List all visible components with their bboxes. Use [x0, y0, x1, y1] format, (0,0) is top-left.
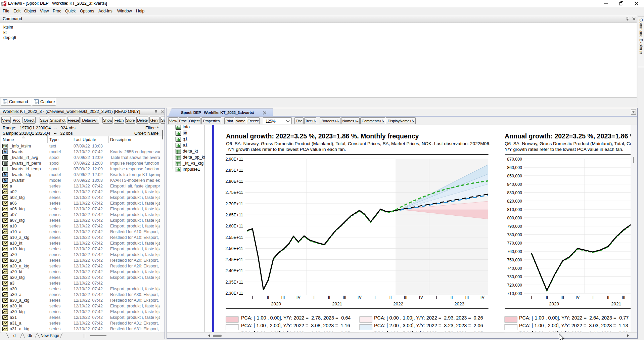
svg-text:850,000: 850,000 [507, 174, 522, 178]
svg-text:New Page: New Page [41, 333, 59, 338]
svg-text:770,000: 770,000 [507, 241, 522, 246]
svg-text:820,000: 820,000 [507, 199, 522, 204]
svg-text:IV: IV [576, 295, 580, 300]
svg-text:Y/Y growth rates refer to the: Y/Y growth rates refer to the lowest PCA… [227, 147, 346, 152]
svg-text:II: II [546, 295, 548, 300]
svg-text:III: III [343, 295, 347, 300]
svg-text:Y/Y growth rates refer to the: Y/Y growth rates refer to the lowest PCA… [505, 147, 623, 152]
svg-text:II: II [267, 295, 269, 300]
svg-text:PCA: [-1.00 , 0.00], Y/Y: 2022: PCA: [-1.00 , 0.00], Y/Y: 2022 = 2.78, 2… [241, 315, 351, 321]
svg-text:III: III [560, 295, 564, 300]
svg-text:710,000: 710,000 [507, 291, 522, 296]
svg-text:d: d [13, 333, 16, 338]
svg-text:870,000: 870,000 [507, 157, 522, 162]
svg-text:I: I [374, 295, 376, 300]
svg-text:2.75E+11: 2.75E+11 [226, 190, 243, 195]
svg-text:830,000: 830,000 [507, 190, 522, 195]
svg-text:IV: IV [358, 295, 362, 300]
svg-text:IV: IV [419, 295, 423, 300]
svg-text:2020: 2020 [549, 301, 559, 306]
svg-text:2021: 2021 [332, 301, 342, 306]
svg-text:740,000: 740,000 [507, 266, 522, 271]
svg-text:Annual growth: 2022=3.25 %, 20: Annual growth: 2022=3.25 %, 2023=1.86 %.… [226, 132, 419, 140]
svg-text:IV: IV [296, 295, 301, 300]
svg-text:2.85E+11: 2.85E+11 [226, 168, 243, 173]
svg-text:840,000: 840,000 [507, 182, 522, 187]
svg-text:2.40E+11: 2.40E+11 [226, 268, 243, 273]
svg-text:860,000: 860,000 [507, 165, 522, 170]
svg-text:2.30E+11: 2.30E+11 [226, 291, 243, 296]
svg-text:II: II [389, 295, 392, 300]
svg-text:Annual growth: 2022=3.25 %, 20: Annual growth: 2022=3.25 %, 2023=1.86 %.… [505, 132, 631, 140]
svg-text:2023: 2023 [454, 301, 464, 306]
svg-text:II: II [450, 295, 453, 300]
svg-text:III: III [622, 295, 626, 300]
svg-text:II: II [328, 295, 330, 300]
svg-text:I: I [531, 295, 532, 300]
svg-text:M: M [4, 173, 6, 177]
svg-text:2.90E+11: 2.90E+11 [226, 157, 243, 162]
svg-text:800,000: 800,000 [507, 216, 522, 220]
svg-text:IV: IV [480, 295, 485, 300]
svg-text:760,000: 760,000 [507, 249, 522, 254]
svg-text:2.70E+11: 2.70E+11 [226, 202, 243, 206]
svg-text:2021: 2021 [611, 301, 621, 306]
svg-text:PCA: [-1.00 , 0.00], Y/Y: 2022: PCA: [-1.00 , 0.00], Y/Y: 2022 = 2.64, 2… [519, 315, 629, 321]
svg-text:PCA: [ 1.00 , 2.00], Y/Y: 2022: PCA: [ 1.00 , 2.00], Y/Y: 2022 = 3.08, 2… [241, 323, 350, 328]
svg-text:810,000: 810,000 [507, 207, 522, 212]
svg-text:2022: 2022 [393, 301, 403, 306]
svg-text:730,000: 730,000 [507, 274, 522, 279]
svg-text:I: I [313, 295, 315, 300]
svg-text:PCA: [ 2.00 , 3.00], Y/Y: 2022: PCA: [ 2.00 , 3.00], Y/Y: 2022 = 3.23, 2… [374, 323, 483, 328]
svg-text:Q6_SA: Norway, Gross Domestic: Q6_SA: Norway, Gross Domestic Product (M… [505, 141, 631, 146]
svg-text:2.80E+11: 2.80E+11 [226, 179, 243, 184]
svg-text:PCA: [ 1.00 , 2.00], Y/Y: 2022: PCA: [ 1.00 , 2.00], Y/Y: 2022 = 3.03, 2… [519, 323, 628, 328]
svg-text:Q6_SA: Norway, Gross Domestic: Q6_SA: Norway, Gross Domestic Product (M… [226, 141, 491, 146]
svg-text:I: I [592, 295, 594, 300]
svg-text:III: III [404, 295, 408, 300]
svg-text:M: M [4, 179, 6, 182]
svg-text:2.35E+11: 2.35E+11 [226, 280, 243, 285]
svg-text:III: III [465, 295, 469, 300]
svg-text:2020: 2020 [271, 301, 281, 306]
svg-text:d5: d5 [28, 333, 32, 338]
svg-text:790,000: 790,000 [507, 224, 522, 229]
svg-text:I: I [252, 295, 253, 300]
svg-text:PCA: [ 0.00 , 1.00], Y/Y: 2022: PCA: [ 0.00 , 1.00], Y/Y: 2022 = 2.93, 2… [374, 315, 483, 321]
svg-text:I: I [436, 295, 437, 300]
svg-text:2.45E+11: 2.45E+11 [226, 257, 243, 262]
svg-text:II: II [607, 295, 609, 300]
svg-text:2.60E+11: 2.60E+11 [226, 224, 243, 228]
svg-text:M: M [4, 150, 6, 154]
svg-text:780,000: 780,000 [507, 232, 522, 237]
svg-text:2.55E+11: 2.55E+11 [226, 235, 243, 240]
svg-text:III: III [281, 295, 285, 300]
svg-text:TXT: TXT [3, 145, 7, 147]
svg-text:720,000: 720,000 [507, 283, 522, 288]
svg-text:2.65E+11: 2.65E+11 [226, 213, 243, 217]
svg-text:2.50E+11: 2.50E+11 [226, 246, 243, 251]
svg-text:750,000: 750,000 [507, 258, 522, 262]
